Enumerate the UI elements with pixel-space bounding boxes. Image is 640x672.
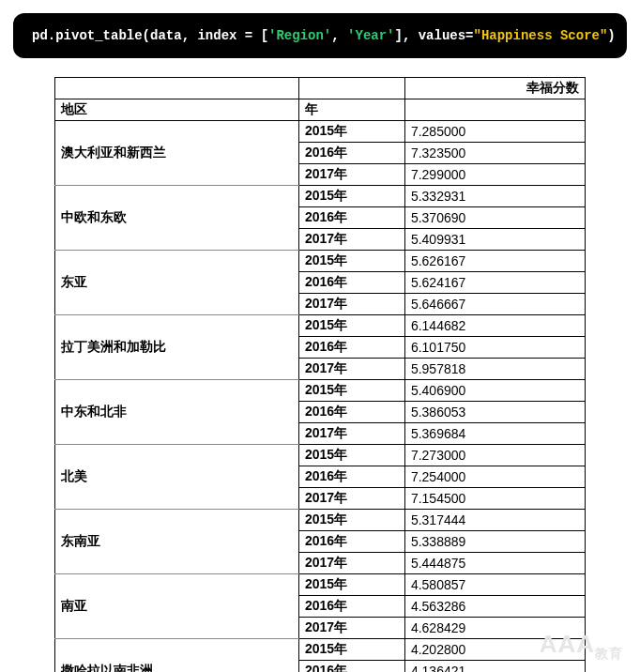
value-cell: 4.136421	[404, 661, 585, 673]
table-row: 北美2015年7.273000	[55, 445, 586, 466]
header-score: 幸福分数	[404, 78, 585, 99]
year-cell: 2015年	[298, 121, 404, 143]
value-cell: 7.254000	[404, 466, 585, 488]
value-cell: 5.406900	[404, 380, 585, 402]
code-string: "Happiness Score"	[474, 28, 608, 43]
value-cell: 5.317444	[404, 510, 585, 531]
region-cell: 撒哈拉以南非洲	[55, 639, 299, 673]
year-cell: 2016年	[298, 531, 404, 553]
value-cell: 4.202800	[404, 639, 585, 661]
value-cell: 5.444875	[404, 553, 585, 574]
region-cell: 东亚	[55, 251, 299, 315]
table-header-row: 幸福分数	[55, 78, 586, 99]
code-string: 'Region'	[268, 28, 331, 43]
year-cell: 2015年	[298, 380, 404, 402]
header-year: 年	[298, 99, 404, 121]
value-cell: 5.338889	[404, 531, 585, 553]
year-cell: 2015年	[298, 445, 404, 466]
year-cell: 2017年	[298, 294, 404, 315]
year-cell: 2016年	[298, 466, 404, 488]
region-cell: 中欧和东欧	[55, 186, 299, 251]
value-cell: 5.369684	[404, 423, 585, 445]
value-cell: 5.409931	[404, 229, 585, 251]
year-cell: 2015年	[298, 251, 404, 272]
table-row: 南亚2015年4.580857	[55, 574, 586, 596]
region-cell: 拉丁美洲和加勒比	[55, 315, 299, 380]
region-cell: 南亚	[55, 574, 299, 639]
value-cell: 6.144682	[404, 315, 585, 337]
value-cell: 5.370690	[404, 207, 585, 229]
value-cell: 5.646667	[404, 294, 585, 315]
code-token: ,	[331, 28, 347, 43]
year-cell: 2016年	[298, 272, 404, 294]
table-row: 东亚2015年5.626167	[55, 251, 586, 272]
year-cell: 2016年	[298, 207, 404, 229]
year-cell: 2016年	[298, 596, 404, 618]
pivot-table-wrap: 幸福分数 地区 年 澳大利亚和新西兰2015年7.2850002016年7.32…	[0, 77, 640, 672]
year-cell: 2015年	[298, 574, 404, 596]
year-cell: 2017年	[298, 618, 404, 639]
year-cell: 2017年	[298, 488, 404, 510]
region-cell: 东南亚	[55, 510, 299, 574]
year-cell: 2017年	[298, 229, 404, 251]
year-cell: 2015年	[298, 639, 404, 661]
value-cell: 7.299000	[404, 164, 585, 186]
value-cell: 7.285000	[404, 121, 585, 143]
year-cell: 2016年	[298, 143, 404, 164]
code-block: pd.pivot_table(data, index = ['Region', …	[13, 13, 627, 58]
table-row: 拉丁美洲和加勒比2015年6.144682	[55, 315, 586, 337]
region-cell: 澳大利亚和新西兰	[55, 121, 299, 186]
code-token: pd.pivot_table(data, index = [	[32, 28, 268, 43]
value-cell: 7.323500	[404, 143, 585, 164]
code-string: 'Year'	[347, 28, 394, 43]
pivot-table: 幸福分数 地区 年 澳大利亚和新西兰2015年7.2850002016年7.32…	[54, 77, 586, 672]
year-cell: 2015年	[298, 186, 404, 207]
value-cell: 4.580857	[404, 574, 585, 596]
year-cell: 2015年	[298, 315, 404, 337]
value-cell: 5.624167	[404, 272, 585, 294]
value-cell: 6.101750	[404, 337, 585, 359]
table-index-header-row: 地区 年	[55, 99, 586, 121]
header-blank	[55, 78, 299, 99]
year-cell: 2017年	[298, 164, 404, 186]
year-cell: 2017年	[298, 359, 404, 380]
table-row: 中欧和东欧2015年5.332931	[55, 186, 586, 207]
table-row: 东南亚2015年5.317444	[55, 510, 586, 531]
value-cell: 5.957818	[404, 359, 585, 380]
year-cell: 2016年	[298, 661, 404, 673]
value-cell: 5.626167	[404, 251, 585, 272]
table-row: 中东和北非2015年5.406900	[55, 380, 586, 402]
year-cell: 2015年	[298, 510, 404, 531]
code-token: ], values=	[395, 28, 474, 43]
year-cell: 2016年	[298, 337, 404, 359]
table-row: 澳大利亚和新西兰2015年7.285000	[55, 121, 586, 143]
value-cell: 5.332931	[404, 186, 585, 207]
region-cell: 北美	[55, 445, 299, 510]
value-cell: 4.563286	[404, 596, 585, 618]
value-cell: 7.273000	[404, 445, 585, 466]
region-cell: 中东和北非	[55, 380, 299, 445]
code-token: )	[607, 28, 615, 43]
header-region: 地区	[55, 99, 299, 121]
year-cell: 2016年	[298, 402, 404, 423]
header-blank	[298, 78, 404, 99]
value-cell: 5.386053	[404, 402, 585, 423]
table-row: 撒哈拉以南非洲2015年4.202800	[55, 639, 586, 661]
year-cell: 2017年	[298, 553, 404, 574]
value-cell: 7.154500	[404, 488, 585, 510]
header-value-blank	[404, 99, 585, 121]
value-cell: 4.628429	[404, 618, 585, 639]
year-cell: 2017年	[298, 423, 404, 445]
